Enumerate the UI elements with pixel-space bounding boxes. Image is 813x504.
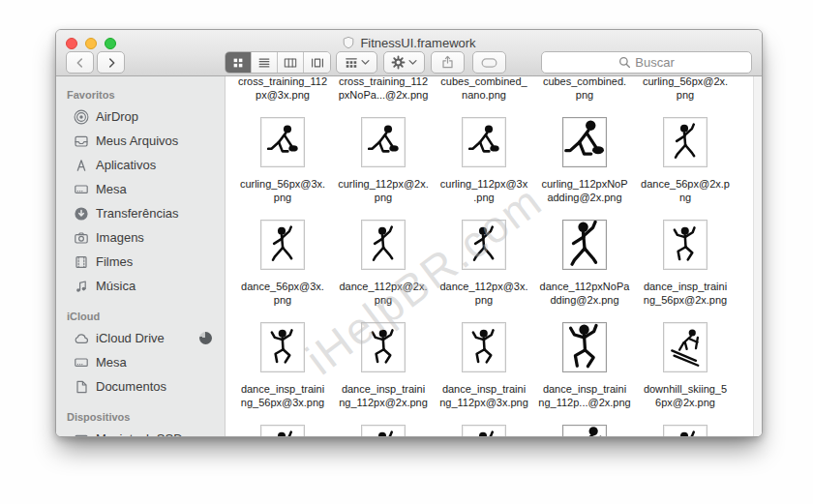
file-item[interactable]: dance_insp_training_112px@3x.png [434, 322, 534, 425]
sidebar-item-filmes[interactable]: Filmes [56, 250, 225, 274]
file-item[interactable]: dance_insp_training_112px@2x.png [333, 322, 434, 425]
group-icon [345, 56, 358, 70]
dance-icon [267, 430, 299, 436]
file-name: downhill_skiing_56px@2x.png [644, 382, 727, 409]
dance-training-icon [564, 323, 606, 371]
file-thumbnail [663, 322, 708, 372]
file-thumbnail [663, 220, 708, 270]
sidebar-section-title-icloud: iCloud [56, 298, 225, 326]
sidebar-item-label: Filmes [96, 254, 133, 269]
file-name: curling_56px@2x.png [643, 76, 728, 102]
file-thumbnail [663, 425, 708, 436]
skiing-icon [564, 426, 606, 436]
view-coverflow-button[interactable] [304, 52, 330, 73]
file-item[interactable] [333, 425, 434, 436]
file-thumbnail [562, 425, 607, 436]
file-item[interactable]: dance_56px@3x.png [232, 220, 333, 322]
file-thumbnail [562, 117, 607, 167]
sidebar-item-aplicativos[interactable]: Aplicativos [56, 153, 225, 177]
files-viewport: cross_training_112px@3x.pngcross_trainin… [226, 76, 753, 436]
sidebar-section-title-favoritos: Favoritos [56, 76, 225, 104]
file-item[interactable]: downhill_skiing_56px@2x.png [635, 322, 736, 425]
file-name: cubes_combined_nano.png [440, 76, 527, 102]
share-button[interactable] [431, 51, 465, 74]
view-mode-segmented-control [225, 51, 331, 74]
file-item[interactable]: dance_56px@2x.png [635, 117, 736, 220]
file-thumbnail [260, 117, 305, 167]
sidebar-item-label: AirDrop [96, 109, 138, 124]
desktop-icon [73, 181, 89, 197]
file-item[interactable]: dance_112pxNoPadding@2x.png [534, 220, 635, 322]
skiing-icon [670, 328, 702, 367]
file-item[interactable]: curling_112pxNoPadding@2x.png [534, 117, 635, 220]
file-item[interactable] [635, 425, 736, 436]
dance-training-icon [468, 328, 500, 367]
file-thumbnail [462, 425, 506, 436]
file-item[interactable]: dance_112px@2x.png [333, 220, 434, 322]
file-name: dance_56px@3x.png [241, 280, 324, 307]
file-item[interactable]: cross_training_112pxNoPa...@2x.png [333, 76, 434, 117]
dance-icon [368, 225, 400, 264]
group-button[interactable] [336, 51, 377, 74]
file-item[interactable]: cross_training_112px@3x.png [232, 76, 333, 117]
file-item[interactable]: curling_56px@2x.png [635, 76, 736, 117]
file-item[interactable]: dance_112px@3x.png [434, 220, 534, 322]
file-item[interactable]: dance_insp_training_56px@3x.png [232, 322, 333, 425]
sidebar-item-macintosh-ssd[interactable]: Macintosh SSD [56, 427, 225, 436]
folder-proxy-icon [342, 36, 355, 49]
file-thumbnail [462, 220, 506, 270]
sidebar-item-airdrop[interactable]: AirDrop [56, 104, 225, 129]
tag-button[interactable] [472, 51, 506, 74]
airdrop-icon [73, 108, 89, 125]
dance-icon [564, 221, 606, 269]
file-name: dance_insp_training_56px@2x.png [644, 280, 727, 307]
file-item[interactable] [534, 425, 635, 436]
dance-icon [670, 123, 702, 162]
icloud-icon [73, 330, 89, 346]
dance-icon [468, 225, 500, 264]
file-name: curling_112pxNoPadding@2x.png [541, 177, 627, 204]
file-item[interactable]: dance_insp_training_112p...@2x.png [534, 322, 635, 425]
coverflow-view-icon [311, 56, 324, 70]
sidebar-item-musica[interactable]: Música [56, 274, 225, 298]
file-item[interactable]: curling_56px@3x.png [232, 117, 333, 220]
file-thumbnail [462, 322, 506, 372]
file-name: dance_112px@3x.png [439, 280, 527, 307]
file-name: dance_insp_training_112p...@2x.png [538, 382, 630, 409]
sidebar-item-mesa[interactable]: Mesa [56, 350, 225, 374]
file-item[interactable] [434, 425, 534, 436]
curling-icon [267, 123, 299, 162]
sidebar-item-icloud-drive[interactable]: iCloud Drive [56, 326, 225, 350]
file-item[interactable] [232, 425, 333, 436]
sidebar-item-transferencias[interactable]: Transferências [56, 201, 225, 225]
file-thumbnail [260, 322, 305, 372]
vertical-scrollbar[interactable] [753, 76, 762, 436]
back-button[interactable] [66, 51, 94, 74]
file-name: dance_112pxNoPadding@2x.png [540, 280, 630, 307]
view-grid-button[interactable] [226, 52, 252, 73]
file-item[interactable]: dance_insp_training_56px@2x.png [635, 220, 736, 322]
sidebar-item-label: iCloud Drive [96, 331, 165, 345]
sidebar-item-meus-arquivos[interactable]: Meus Arquivos [56, 129, 225, 153]
forward-button[interactable] [97, 51, 125, 74]
sidebar-item-label: Aplicativos [96, 158, 156, 172]
file-item[interactable]: curling_112px@3x.png [434, 117, 534, 220]
file-item[interactable]: cubes_combined.png [534, 76, 635, 117]
dance-icon [468, 430, 500, 436]
search-input[interactable]: Buscar [541, 51, 752, 74]
desktop-background: FitnessUI.framework Buscar [0, 0, 813, 504]
file-item[interactable]: cubes_combined_nano.png [434, 76, 534, 117]
sidebar-item-imagens[interactable]: Imagens [56, 225, 225, 250]
action-menu-button[interactable] [383, 51, 425, 74]
view-list-button[interactable] [252, 52, 278, 73]
sidebar-item-mesa[interactable]: Mesa [56, 177, 225, 201]
all-my-files-icon [73, 133, 89, 149]
sidebar: FavoritosAirDropMeus ArquivosAplicativos… [56, 76, 226, 436]
view-columns-button[interactable] [278, 52, 304, 73]
curling-icon [468, 123, 500, 162]
file-thumbnail [260, 220, 305, 270]
file-name: dance_56px@2x.png [641, 177, 730, 204]
documents-icon [73, 378, 89, 395]
sidebar-item-documentos[interactable]: Documentos [56, 374, 225, 399]
file-item[interactable]: curling_112px@2x.png [333, 117, 434, 220]
